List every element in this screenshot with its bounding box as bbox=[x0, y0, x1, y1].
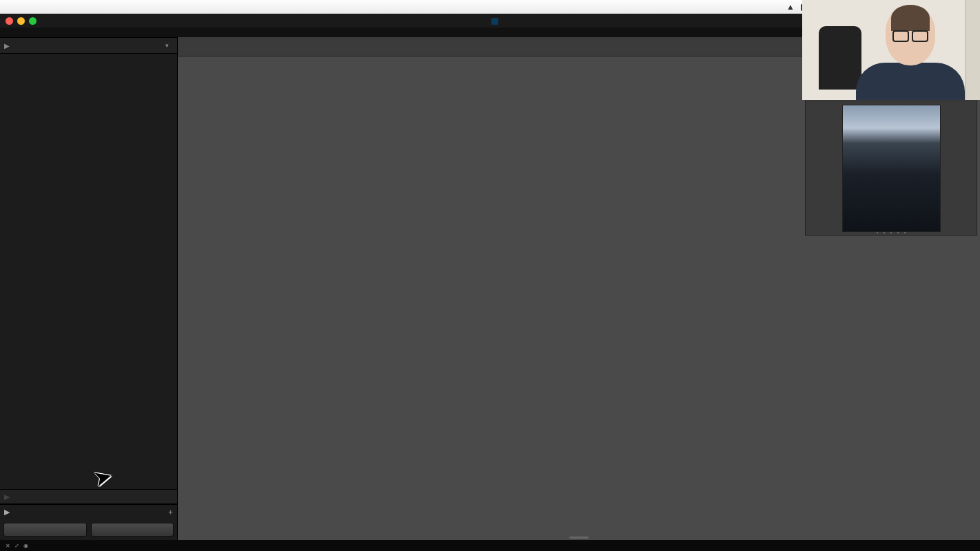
zoom-menu-icon[interactable]: ▾ bbox=[165, 42, 169, 49]
navigator-thumbnail bbox=[842, 105, 941, 232]
left-panel: ▶ ▾ ▶ ▶ + bbox=[0, 37, 178, 540]
import-button[interactable] bbox=[3, 523, 87, 537]
collections-panel-header[interactable]: ▶ bbox=[0, 489, 177, 504]
close-window-button[interactable] bbox=[6, 17, 13, 25]
status-close-icon[interactable]: ✕ bbox=[6, 543, 10, 549]
expand-icon: ▶ bbox=[4, 492, 10, 501]
folders-panel bbox=[0, 54, 177, 489]
publish-services-header[interactable]: ▶ + bbox=[0, 504, 177, 519]
add-service-icon[interactable]: + bbox=[168, 508, 173, 517]
export-button[interactable] bbox=[91, 523, 174, 537]
webcam-overlay bbox=[802, 0, 980, 100]
import-export-row bbox=[0, 519, 177, 540]
lightroom-icon bbox=[491, 18, 498, 25]
navigator-preview-cell[interactable] bbox=[805, 101, 977, 236]
panel-resize-handle[interactable] bbox=[569, 537, 589, 539]
status-bar: ✕ ⤢ ◉ bbox=[0, 540, 980, 551]
minimize-window-button[interactable] bbox=[17, 17, 25, 25]
status-icon[interactable]: ▲ bbox=[786, 2, 795, 12]
zoom-window-button[interactable] bbox=[29, 17, 37, 25]
expand-icon: ▶ bbox=[4, 42, 10, 50]
navigator-panel-header[interactable]: ▶ ▾ bbox=[0, 37, 177, 54]
status-expand-icon[interactable]: ⤢ bbox=[14, 543, 19, 549]
traffic-lights bbox=[6, 17, 41, 25]
expand-icon: ▶ bbox=[4, 508, 10, 517]
status-tool-icon: ◉ bbox=[23, 543, 28, 549]
